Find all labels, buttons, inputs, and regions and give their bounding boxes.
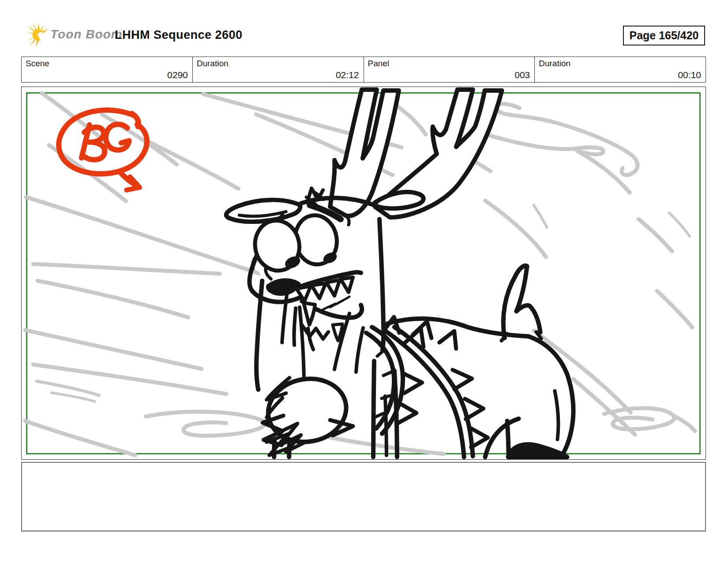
panel-duration-label: Duration	[539, 59, 570, 68]
scene-cell: Scene 0290	[22, 57, 193, 82]
panel-number-label: Panel	[368, 59, 390, 68]
page-header: Toon Boom LHHM Sequence 2600 Page 165/42…	[0, 0, 728, 53]
brand-label: Toon Boom	[50, 27, 122, 42]
panel-info-bar: Scene 0290 Duration 02:12 Panel 003 Dura…	[21, 57, 706, 83]
page-indicator: Page 165/420	[623, 26, 705, 45]
scene-value: 0290	[167, 70, 188, 80]
storyboard-panel	[21, 87, 706, 460]
bg-annotation-letter-g	[106, 125, 129, 150]
scene-duration-cell: Duration 02:12	[193, 57, 364, 82]
bg-annotation-circle	[59, 110, 147, 174]
scene-duration-label: Duration	[197, 59, 229, 68]
scene-label: Scene	[26, 59, 49, 68]
panel-number-value: 003	[514, 70, 530, 80]
deer-hoof	[508, 444, 567, 457]
scene-duration-value: 02:12	[336, 70, 359, 80]
bg-annotation	[59, 110, 147, 190]
toonboom-starburst-icon	[25, 22, 49, 48]
caption-box	[21, 462, 706, 532]
panel-duration-value: 00:10	[678, 70, 701, 80]
storyboard-drawing	[22, 87, 705, 459]
panel-duration-cell: Duration 00:10	[535, 57, 705, 82]
deer-ear-right	[375, 192, 424, 208]
panel-number-cell: Panel 003	[364, 57, 535, 82]
sequence-title: LHHM Sequence 2600	[115, 28, 243, 42]
